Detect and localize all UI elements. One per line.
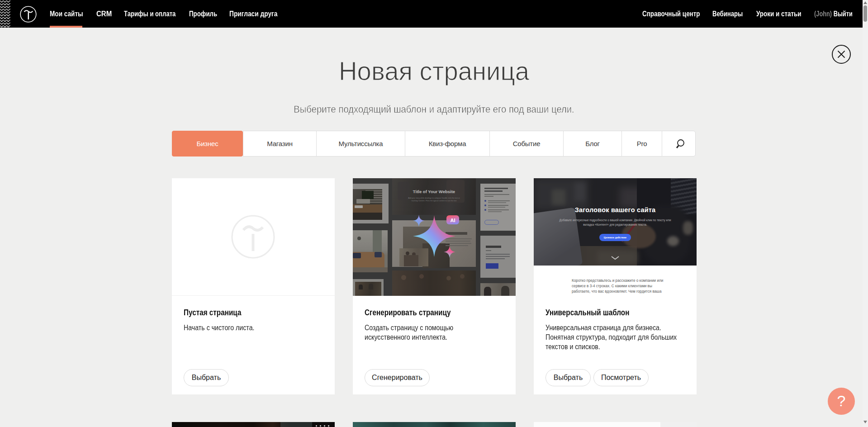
svg-text:AI: AI xyxy=(451,218,455,223)
